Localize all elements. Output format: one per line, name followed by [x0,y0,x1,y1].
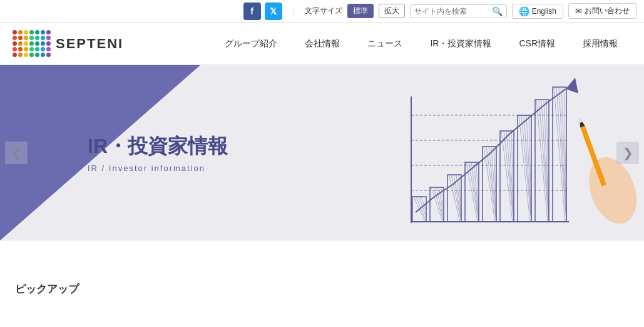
contact-label: お問い合わせ [585,6,630,16]
search-input[interactable] [414,7,489,16]
top-bar: f 𝕏 ｜ 文字サイズ 標準 拡大 🔍 🌐 English ✉ お問い合わせ [0,0,644,23]
logo-dot [46,41,51,46]
svg-line-21 [474,162,479,217]
search-box: 🔍 [410,4,507,18]
logo-dot [18,36,23,40]
svg-line-36 [519,115,530,222]
divider: ｜ [290,6,297,16]
svg-line-43 [539,100,549,222]
svg-line-42 [536,100,548,222]
nav-item-recruit[interactable]: 採用情報 [569,33,631,54]
logo-dot [13,47,17,51]
logo-dot [35,36,39,40]
svg-line-7 [434,187,444,222]
logo-dot [24,36,28,40]
nav-item-csr[interactable]: CSR情報 [505,33,569,54]
logo-dot [13,53,17,57]
hero-slider: IR・投資家情報 IR / Investor information [0,65,644,241]
logo-dot [41,53,45,57]
logo-dot [41,36,45,40]
svg-line-12 [449,175,460,222]
logo-dot [46,36,51,40]
chevron-right-icon: ❯ [623,145,633,160]
nav-item-ir[interactable]: IR・投資家情報 [416,33,505,54]
pickup-section: ピックアップ [0,263,644,303]
globe-icon: 🌐 [519,6,529,16]
twitter-icon[interactable]: 𝕏 [265,3,282,20]
hero-content: IR・投資家情報 IR / Investor information [88,133,228,173]
svg-line-45 [544,100,549,217]
logo-dot [18,47,23,51]
font-expand-button[interactable]: 拡大 [379,4,405,18]
hero-subtitle: IR / Investor information [88,163,228,172]
logo-dot [24,30,28,34]
nav-item-news[interactable]: ニュース [354,33,416,54]
logo-dots [13,30,51,57]
logo-dot [29,30,34,34]
social-icons: f 𝕏 [243,3,282,20]
logo-dot [18,53,23,57]
svg-line-19 [469,162,479,222]
logo-dot [13,30,17,34]
header: SEPTENI グループ紹介会社情報ニュースIR・投資家情報CSR情報採用情報 [0,23,644,65]
svg-line-49 [556,87,566,222]
logo-dot [18,41,23,46]
contact-button[interactable]: ✉ お問い合わせ [568,3,636,19]
logo-dot [24,53,28,57]
logo-dot [35,47,39,51]
svg-line-33 [509,131,514,217]
logo-dot [24,47,28,51]
logo-dot [29,47,34,51]
hero-prev-button[interactable]: ❮ [5,142,28,164]
svg-marker-63 [578,117,582,123]
search-icon[interactable]: 🔍 [492,6,503,16]
hero-chart [344,65,644,241]
logo-dot [29,36,34,40]
logo[interactable]: SEPTENI [13,30,123,57]
logo-text: SEPTENI [56,36,123,52]
svg-line-27 [491,147,496,217]
svg-marker-59 [566,78,578,93]
font-standard-button[interactable]: 標準 [347,4,374,18]
logo-dot [41,47,45,51]
logo-dot [41,30,45,34]
nav-item-company[interactable]: 会社情報 [291,33,354,54]
svg-line-2 [416,197,426,222]
svg-line-30 [501,131,513,222]
hero-title: IR・投資家情報 [88,133,228,160]
logo-dot [29,53,34,57]
logo-dot [35,30,39,34]
logo-dot [29,41,34,46]
nav-item-group[interactable]: グループ紹介 [211,33,291,54]
facebook-icon[interactable]: f [243,3,261,20]
logo-dot [46,30,51,34]
logo-dot [35,41,39,46]
main-nav: グループ紹介会社情報ニュースIR・投資家情報CSR情報採用情報 [211,33,631,54]
language-button[interactable]: 🌐 English [512,4,563,19]
svg-line-37 [521,115,531,222]
logo-dot [13,41,17,46]
font-size-label: 文字サイズ [305,6,342,16]
svg-line-39 [526,115,531,217]
logo-dot [13,36,17,40]
hero-next-button[interactable]: ❯ [616,142,639,164]
logo-dot [46,53,51,57]
logo-dot [18,30,23,34]
mail-icon: ✉ [575,6,582,16]
pickup-title: ピックアップ [15,282,629,296]
logo-dot [24,41,28,46]
logo-dot [41,41,45,46]
svg-line-51 [561,87,566,217]
chevron-left-icon: ❮ [11,145,22,160]
svg-line-25 [486,147,496,222]
language-label: English [532,7,556,16]
logo-dot [35,53,39,57]
logo-dot [46,47,51,51]
svg-line-48 [554,87,565,222]
svg-line-31 [504,131,514,222]
